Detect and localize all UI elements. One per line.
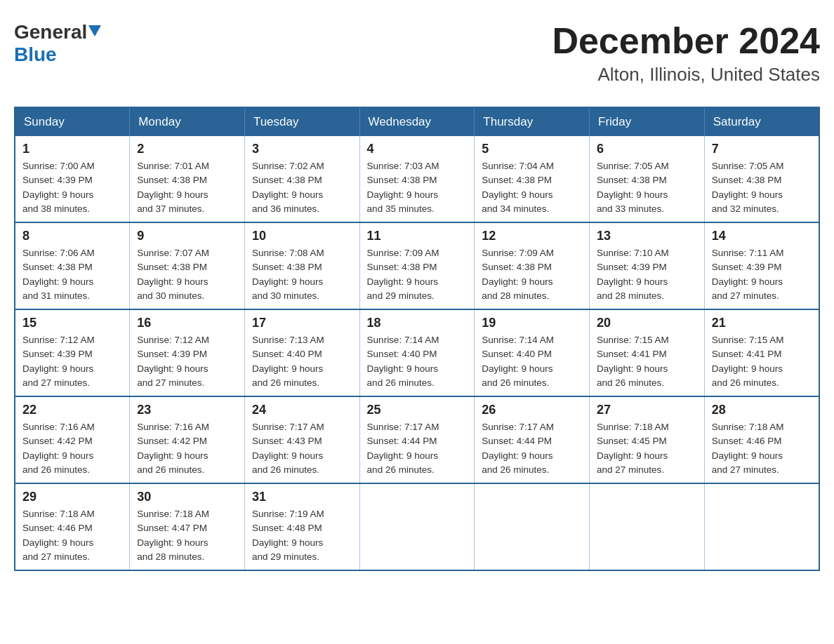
day-number: 12 <box>482 229 582 243</box>
day-info: Sunrise: 7:18 AMSunset: 4:46 PMDaylight:… <box>22 507 122 564</box>
calendar-week-row: 15Sunrise: 7:12 AMSunset: 4:39 PMDayligh… <box>15 309 819 396</box>
day-info: Sunrise: 7:03 AMSunset: 4:38 PMDaylight:… <box>367 159 468 216</box>
calendar-cell: 25Sunrise: 7:17 AMSunset: 4:44 PMDayligh… <box>359 396 475 483</box>
logo-general-text: General <box>14 21 87 43</box>
calendar-cell: 13Sunrise: 7:10 AMSunset: 4:39 PMDayligh… <box>590 222 705 309</box>
day-info: Sunrise: 7:14 AMSunset: 4:40 PMDaylight:… <box>482 333 582 390</box>
calendar-cell: 20Sunrise: 7:15 AMSunset: 4:41 PMDayligh… <box>590 309 705 396</box>
calendar-cell: 11Sunrise: 7:09 AMSunset: 4:38 PMDayligh… <box>359 222 475 309</box>
calendar-cell: 28Sunrise: 7:18 AMSunset: 4:46 PMDayligh… <box>704 396 819 483</box>
calendar-week-row: 8Sunrise: 7:06 AMSunset: 4:38 PMDaylight… <box>15 222 819 309</box>
calendar-cell: 18Sunrise: 7:14 AMSunset: 4:40 PMDayligh… <box>359 309 475 396</box>
calendar-cell <box>475 483 590 570</box>
day-number: 18 <box>367 316 468 330</box>
day-info: Sunrise: 7:04 AMSunset: 4:38 PMDaylight:… <box>482 159 582 216</box>
day-number: 24 <box>252 403 352 417</box>
calendar-cell: 16Sunrise: 7:12 AMSunset: 4:39 PMDayligh… <box>130 309 245 396</box>
day-number: 28 <box>712 403 812 417</box>
calendar-cell: 12Sunrise: 7:09 AMSunset: 4:38 PMDayligh… <box>475 222 590 309</box>
day-number: 19 <box>482 316 582 330</box>
calendar-cell: 17Sunrise: 7:13 AMSunset: 4:40 PMDayligh… <box>244 309 359 396</box>
calendar-header-row: SundayMondayTuesdayWednesdayThursdayFrid… <box>15 107 819 136</box>
day-number: 29 <box>22 490 122 504</box>
calendar-cell: 22Sunrise: 7:16 AMSunset: 4:42 PMDayligh… <box>15 396 130 483</box>
day-number: 7 <box>712 142 812 156</box>
day-number: 8 <box>22 229 122 243</box>
day-number: 4 <box>367 142 468 156</box>
month-title: December 2024 <box>552 21 820 61</box>
day-info: Sunrise: 7:15 AMSunset: 4:41 PMDaylight:… <box>597 333 697 390</box>
calendar-cell: 27Sunrise: 7:18 AMSunset: 4:45 PMDayligh… <box>590 396 705 483</box>
day-info: Sunrise: 7:12 AMSunset: 4:39 PMDaylight:… <box>22 333 122 390</box>
calendar-cell: 14Sunrise: 7:11 AMSunset: 4:39 PMDayligh… <box>704 222 819 309</box>
day-number: 14 <box>712 229 812 243</box>
day-info: Sunrise: 7:17 AMSunset: 4:43 PMDaylight:… <box>252 420 352 477</box>
calendar-cell: 21Sunrise: 7:15 AMSunset: 4:41 PMDayligh… <box>704 309 819 396</box>
calendar-table: SundayMondayTuesdayWednesdayThursdayFrid… <box>14 107 820 571</box>
day-info: Sunrise: 7:18 AMSunset: 4:46 PMDaylight:… <box>712 420 812 477</box>
calendar-cell: 3Sunrise: 7:02 AMSunset: 4:38 PMDaylight… <box>244 136 359 222</box>
day-number: 27 <box>597 403 697 417</box>
calendar-cell: 5Sunrise: 7:04 AMSunset: 4:38 PMDaylight… <box>475 136 590 222</box>
day-number: 11 <box>367 229 468 243</box>
day-number: 13 <box>597 229 697 243</box>
calendar-cell: 23Sunrise: 7:16 AMSunset: 4:42 PMDayligh… <box>130 396 245 483</box>
page-header: General Blue December 2024 Alton, Illino… <box>14 14 820 93</box>
day-info: Sunrise: 7:19 AMSunset: 4:48 PMDaylight:… <box>252 507 352 564</box>
day-info: Sunrise: 7:14 AMSunset: 4:40 PMDaylight:… <box>367 333 468 390</box>
logo-arrow-icon <box>88 25 101 39</box>
title-section: December 2024 Alton, Illinois, United St… <box>552 21 820 86</box>
day-info: Sunrise: 7:18 AMSunset: 4:45 PMDaylight:… <box>597 420 697 477</box>
day-info: Sunrise: 7:09 AMSunset: 4:38 PMDaylight:… <box>367 246 468 303</box>
day-number: 15 <box>22 316 122 330</box>
day-number: 17 <box>252 316 352 330</box>
calendar-cell: 29Sunrise: 7:18 AMSunset: 4:46 PMDayligh… <box>15 483 130 570</box>
day-number: 3 <box>252 142 352 156</box>
day-number: 10 <box>252 229 352 243</box>
day-number: 25 <box>367 403 468 417</box>
calendar-cell <box>704 483 819 570</box>
calendar-week-row: 29Sunrise: 7:18 AMSunset: 4:46 PMDayligh… <box>15 483 819 570</box>
calendar-cell: 4Sunrise: 7:03 AMSunset: 4:38 PMDaylight… <box>359 136 475 222</box>
day-info: Sunrise: 7:02 AMSunset: 4:38 PMDaylight:… <box>252 159 352 216</box>
calendar-week-row: 1Sunrise: 7:00 AMSunset: 4:39 PMDaylight… <box>15 136 819 222</box>
weekday-header-saturday: Saturday <box>704 107 819 136</box>
calendar-cell <box>359 483 475 570</box>
calendar-cell: 10Sunrise: 7:08 AMSunset: 4:38 PMDayligh… <box>244 222 359 309</box>
day-number: 16 <box>137 316 237 330</box>
day-info: Sunrise: 7:16 AMSunset: 4:42 PMDaylight:… <box>137 420 237 477</box>
weekday-header-monday: Monday <box>130 107 245 136</box>
logo: General Blue <box>14 21 101 66</box>
weekday-header-sunday: Sunday <box>15 107 130 136</box>
day-info: Sunrise: 7:08 AMSunset: 4:38 PMDaylight:… <box>252 246 352 303</box>
calendar-cell: 7Sunrise: 7:05 AMSunset: 4:38 PMDaylight… <box>704 136 819 222</box>
calendar-cell <box>590 483 705 570</box>
calendar-cell: 31Sunrise: 7:19 AMSunset: 4:48 PMDayligh… <box>244 483 359 570</box>
calendar-cell: 8Sunrise: 7:06 AMSunset: 4:38 PMDaylight… <box>15 222 130 309</box>
weekday-header-friday: Friday <box>590 107 705 136</box>
day-info: Sunrise: 7:00 AMSunset: 4:39 PMDaylight:… <box>22 159 122 216</box>
day-info: Sunrise: 7:11 AMSunset: 4:39 PMDaylight:… <box>712 246 812 303</box>
weekday-header-thursday: Thursday <box>475 107 590 136</box>
day-number: 6 <box>597 142 697 156</box>
day-info: Sunrise: 7:05 AMSunset: 4:38 PMDaylight:… <box>712 159 812 216</box>
day-number: 31 <box>252 490 352 504</box>
day-number: 1 <box>22 142 122 156</box>
svg-marker-0 <box>88 25 101 36</box>
calendar-cell: 1Sunrise: 7:00 AMSunset: 4:39 PMDaylight… <box>15 136 130 222</box>
weekday-header-tuesday: Tuesday <box>244 107 359 136</box>
day-number: 30 <box>137 490 237 504</box>
calendar-cell: 30Sunrise: 7:18 AMSunset: 4:47 PMDayligh… <box>130 483 245 570</box>
day-info: Sunrise: 7:09 AMSunset: 4:38 PMDaylight:… <box>482 246 582 303</box>
calendar-cell: 15Sunrise: 7:12 AMSunset: 4:39 PMDayligh… <box>15 309 130 396</box>
day-info: Sunrise: 7:15 AMSunset: 4:41 PMDaylight:… <box>712 333 812 390</box>
day-info: Sunrise: 7:18 AMSunset: 4:47 PMDaylight:… <box>137 507 237 564</box>
day-number: 9 <box>137 229 237 243</box>
calendar-cell: 2Sunrise: 7:01 AMSunset: 4:38 PMDaylight… <box>130 136 245 222</box>
logo-blue-text: Blue <box>14 43 57 65</box>
day-number: 5 <box>482 142 582 156</box>
calendar-cell: 26Sunrise: 7:17 AMSunset: 4:44 PMDayligh… <box>475 396 590 483</box>
day-number: 23 <box>137 403 237 417</box>
day-number: 22 <box>22 403 122 417</box>
weekday-header-wednesday: Wednesday <box>359 107 475 136</box>
